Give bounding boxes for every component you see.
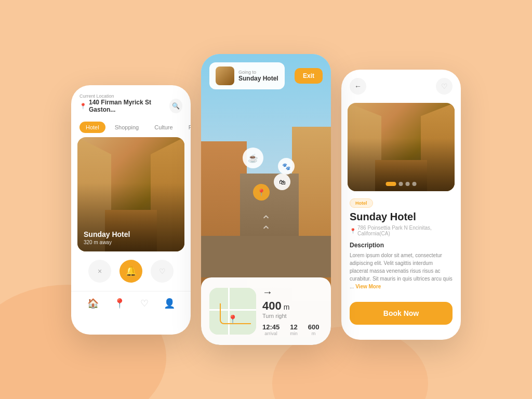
ground-ar — [201, 236, 331, 277]
map-pin-icon: 📍 — [228, 314, 238, 324]
navigation-arrows: ⌃ ⌃ — [261, 215, 271, 236]
p3-hotel-image — [348, 103, 455, 191]
img-dot-1[interactable] — [386, 182, 396, 186]
arrival-value: 12:45 — [262, 323, 280, 331]
meters-label: m — [308, 331, 320, 336]
min-stat: 12 min — [290, 323, 298, 336]
favorites-nav[interactable]: ♡ — [140, 298, 149, 309]
category-badge: Hotel — [350, 198, 373, 208]
tab-hotel[interactable]: Hotel — [79, 122, 105, 133]
bottom-navigation: 🏠 📍 ♡ 👤 — [71, 291, 191, 315]
p2-topbar: Going to Sunday Hotel Exit — [201, 54, 331, 94]
navigation-panel: 📍 → 400 m Turn right 12:45 arrival 12 mi… — [201, 277, 331, 345]
p3-address: 📍 786 Poinsettia Park N Encinitas, Calif… — [350, 225, 453, 236]
phones-container: Current Location 📍 140 Firman Myrick St … — [71, 54, 461, 345]
nav-instruction: Turn right — [262, 313, 323, 319]
map-nav[interactable]: 📍 — [114, 298, 125, 309]
tab-culture[interactable]: Culture — [148, 122, 179, 133]
phone-1: Current Location 📍 140 Firman Myrick St … — [71, 85, 191, 335]
going-to-card: Going to Sunday Hotel — [209, 62, 285, 89]
meters-value: 600 — [308, 323, 320, 331]
description-title: Description — [350, 242, 453, 249]
book-now-button[interactable]: Book Now — [350, 302, 453, 325]
mini-map[interactable]: 📍 — [209, 288, 256, 335]
ar-icon-location[interactable]: 📍 — [253, 184, 270, 201]
hotel-card[interactable]: Sunday Hotel 320 m away — [77, 137, 184, 251]
min-value: 12 — [290, 323, 298, 331]
navigate-button[interactable]: 🔔 — [119, 260, 142, 283]
favorite-button-p3[interactable]: ♡ — [436, 78, 453, 95]
ar-icon-coffee[interactable]: ☕ — [243, 148, 263, 168]
hotel-name: Sunday Hotel — [84, 230, 130, 238]
home-nav[interactable]: 🏠 — [87, 298, 99, 309]
p3-hotel-name: Sunday Hotel — [350, 211, 453, 223]
phone-3: ← ♡ Hotel Sunday Hotel 📍 786 Poinset — [341, 70, 461, 340]
p1-header: Current Location 📍 140 Firman Myrick St … — [71, 85, 191, 117]
turn-arrow-icon: → — [262, 286, 323, 298]
image-dots — [386, 182, 417, 186]
ar-icon-paw[interactable]: 🐾 — [278, 158, 295, 175]
phone-2: ☕ 📍 🛍 🐾 ⌃ ⌃ Going to Sunday Hotel Exit — [201, 54, 331, 345]
min-label: min — [290, 331, 298, 336]
img-dot-4[interactable] — [413, 182, 417, 186]
profile-nav[interactable]: 👤 — [164, 298, 175, 309]
nav-info: → 400 m Turn right 12:45 arrival 12 min — [262, 286, 323, 336]
description-text: Lorem ipsum dolor sit amet, consectetur … — [350, 251, 453, 290]
img-dot-3[interactable] — [406, 182, 410, 186]
p3-topbar: ← ♡ — [341, 70, 461, 103]
search-button[interactable]: 🔍 — [169, 99, 182, 113]
arrival-label: arrival — [262, 331, 280, 336]
location-label: Current Location — [79, 94, 182, 99]
hotel-distance: 320 m away — [84, 240, 130, 245]
p3-info: Hotel Sunday Hotel 📍 786 Poinsettia Park… — [341, 191, 461, 297]
favorite-button[interactable]: ♡ — [151, 260, 174, 283]
action-buttons: × 🔔 ♡ — [71, 251, 191, 291]
tab-food[interactable]: Food — [182, 122, 191, 133]
view-more-link[interactable]: View More — [355, 284, 381, 289]
arrival-stat: 12:45 arrival — [262, 323, 280, 336]
exit-button[interactable]: Exit — [295, 68, 323, 84]
pin-icon: 📍 — [79, 103, 87, 110]
category-tabs: Hotel Shopping Culture Food — [71, 117, 191, 137]
back-button[interactable]: ← — [350, 78, 366, 95]
location-text: 📍 140 Firman Myrick St Gaston... — [79, 99, 169, 113]
img-dot-2[interactable] — [399, 182, 403, 186]
nav-stats: 12:45 arrival 12 min 600 m — [262, 323, 323, 336]
address-pin-icon: 📍 — [350, 228, 356, 234]
meters-stat: 600 m — [308, 323, 320, 336]
going-hotel-name: Sunday Hotel — [238, 75, 278, 82]
nav-distance: 400 m — [262, 299, 323, 313]
going-to-label: Going to — [238, 70, 278, 75]
close-button[interactable]: × — [88, 260, 111, 283]
tab-shopping[interactable]: Shopping — [109, 122, 145, 133]
card-info: Sunday Hotel 320 m away — [84, 230, 130, 245]
hotel-thumbnail — [216, 66, 234, 85]
ar-icon-shop[interactable]: 🛍 — [274, 174, 290, 190]
